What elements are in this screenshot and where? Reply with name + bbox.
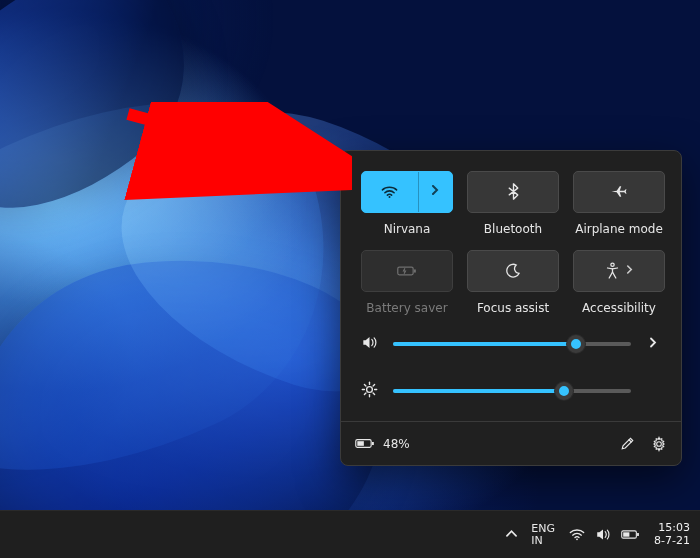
tile-wifi: Nirvana (361, 171, 453, 236)
tile-bluetooth: Bluetooth (467, 171, 559, 236)
taskbar-clock[interactable]: 15:03 8-7-21 (654, 522, 690, 547)
wifi-toggle[interactable] (362, 172, 419, 212)
airplane-toggle-button[interactable] (573, 171, 665, 213)
quick-settings-tiles: Nirvana Bluetooth Airplane mode (341, 151, 681, 321)
svg-rect-14 (623, 532, 629, 536)
airplane-icon (610, 184, 628, 199)
svg-point-4 (367, 387, 373, 393)
quick-settings-footer: 48% (341, 421, 681, 465)
clock-time: 15:03 (658, 522, 690, 535)
wifi-icon (381, 185, 398, 199)
volume-output-chevron[interactable] (645, 337, 661, 351)
battery-saver-toggle-button[interactable] (361, 250, 453, 292)
chevron-right-icon (431, 185, 439, 198)
speaker-icon[interactable] (361, 335, 379, 353)
chevron-right-icon (626, 264, 633, 277)
battery-saver-icon (397, 265, 417, 277)
battery-percent: 48% (383, 437, 410, 451)
input-language[interactable]: ENG IN (531, 523, 555, 546)
quick-settings-sliders (341, 321, 681, 421)
battery-saver-label: Battery saver (366, 302, 447, 315)
accessibility-icon (605, 262, 620, 279)
wifi-icon (569, 528, 585, 541)
tile-airplane: Airplane mode (573, 171, 665, 236)
edit-icon[interactable] (620, 436, 635, 451)
bluetooth-label: Bluetooth (484, 223, 542, 236)
svg-point-11 (576, 538, 578, 540)
wifi-label: Nirvana (384, 223, 431, 236)
bluetooth-toggle-button[interactable] (467, 171, 559, 213)
gear-icon[interactable] (651, 436, 667, 452)
svg-rect-13 (637, 533, 639, 536)
focus-assist-toggle-button[interactable] (467, 250, 559, 292)
brightness-row (361, 381, 661, 401)
tray-network-volume-battery[interactable] (569, 528, 640, 541)
accessibility-label: Accessibility (582, 302, 656, 315)
svg-point-8 (657, 441, 662, 446)
tile-accessibility: Accessibility (573, 250, 665, 315)
bluetooth-icon (508, 183, 519, 200)
wifi-toggle-button[interactable] (361, 171, 453, 213)
taskbar: ENG IN 15:03 8-7-21 (0, 510, 700, 558)
brightness-slider[interactable] (393, 389, 631, 393)
volume-slider-fill (393, 342, 576, 346)
volume-slider-thumb[interactable] (567, 335, 585, 353)
quick-settings-panel: Nirvana Bluetooth Airplane mode (340, 150, 682, 466)
brightness-slider-fill (393, 389, 564, 393)
svg-rect-2 (414, 269, 416, 272)
wifi-expand[interactable] (419, 172, 452, 212)
moon-icon (505, 263, 521, 279)
lang-bottom: IN (531, 535, 542, 547)
svg-point-3 (611, 263, 614, 266)
battery-icon (355, 438, 375, 449)
speaker-icon (595, 528, 611, 541)
svg-point-0 (389, 196, 391, 198)
system-tray: ENG IN 15:03 8-7-21 (506, 511, 690, 558)
tile-battery-saver: Battery saver (361, 250, 453, 315)
brightness-icon (361, 381, 379, 401)
accessibility-toggle-button[interactable] (573, 250, 665, 292)
volume-slider[interactable] (393, 342, 631, 346)
focus-assist-label: Focus assist (477, 302, 549, 315)
svg-rect-7 (357, 441, 364, 446)
battery-status[interactable]: 48% (355, 437, 410, 451)
clock-date: 8-7-21 (654, 535, 690, 548)
svg-rect-6 (372, 442, 374, 445)
battery-icon (621, 529, 640, 540)
brightness-slider-thumb[interactable] (555, 382, 573, 400)
lang-top: ENG (531, 523, 555, 535)
volume-row (361, 335, 661, 353)
tray-overflow-chevron[interactable] (506, 528, 517, 541)
airplane-label: Airplane mode (575, 223, 663, 236)
tile-focus-assist: Focus assist (467, 250, 559, 315)
